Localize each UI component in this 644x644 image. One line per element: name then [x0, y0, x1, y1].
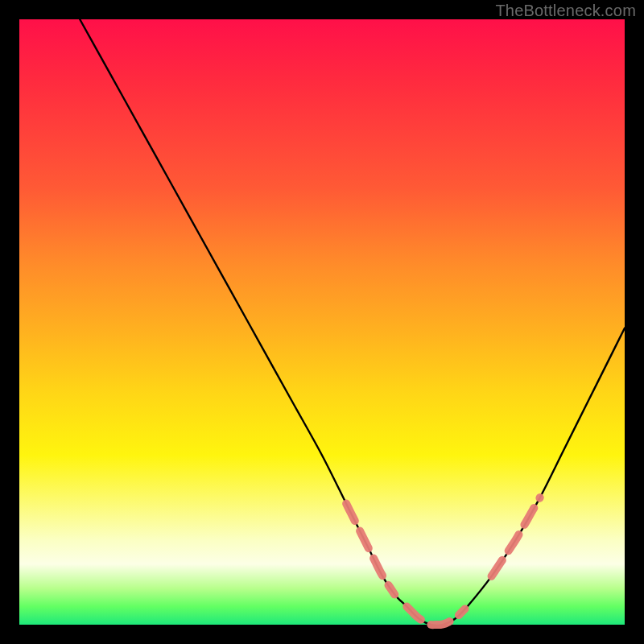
highlight-segment-0: [346, 504, 394, 595]
curve-group: [80, 19, 625, 625]
highlight-segment-1: [407, 606, 464, 625]
dash-group: [346, 497, 540, 625]
plot-area: [19, 19, 625, 625]
watermark-text: TheBottleneck.com: [495, 2, 636, 20]
outer-frame: TheBottleneck.com: [0, 0, 644, 644]
chart-svg: [19, 19, 625, 625]
bottleneck-curve: [80, 19, 625, 625]
highlight-segment-2: [492, 497, 540, 576]
